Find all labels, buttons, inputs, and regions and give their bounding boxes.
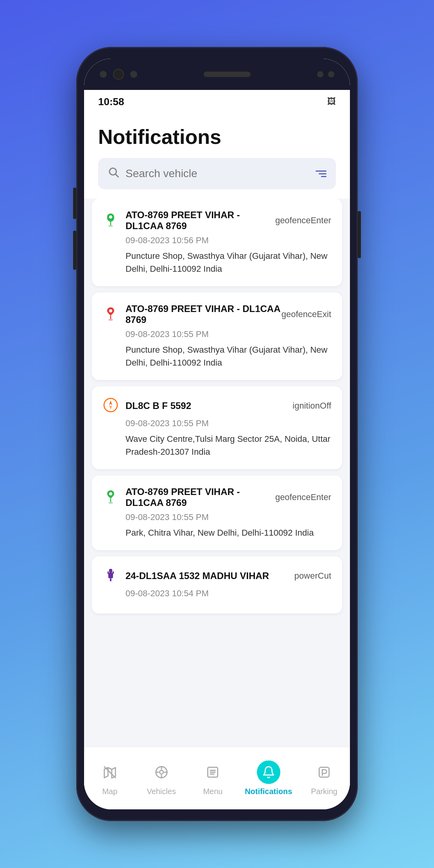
page-header: Notifications bbox=[84, 113, 350, 158]
notif-time: 09-08-2023 10:55 PM bbox=[103, 512, 331, 522]
bottom-navigation: Map Vehicles bbox=[84, 747, 350, 809]
search-icon bbox=[108, 166, 119, 181]
notif-vehicle: 24-DL1SAA 1532 MADHU VIHAR bbox=[126, 570, 269, 581]
nav-label-vehicles: Vehicles bbox=[147, 787, 176, 796]
notif-type: geofenceEnter bbox=[275, 215, 331, 226]
notch-camera bbox=[113, 69, 124, 80]
notif-icon-pin-green bbox=[103, 212, 120, 229]
notif-vehicle: ATO-8769 PREET VIHAR - DL1CAA 8769 bbox=[126, 303, 282, 325]
phone-frame: 10:58 🖼 Notifications bbox=[76, 47, 358, 821]
status-bar: 10:58 🖼 bbox=[84, 90, 350, 113]
notif-time: 09-08-2023 10:55 PM bbox=[103, 329, 331, 339]
image-icon: 🖼 bbox=[327, 97, 336, 107]
nav-item-parking[interactable]: Parking bbox=[305, 760, 344, 796]
svg-rect-18 bbox=[110, 578, 111, 581]
svg-rect-16 bbox=[109, 569, 112, 573]
vol-down-button[interactable] bbox=[73, 231, 76, 270]
page-title: Notifications bbox=[98, 125, 336, 149]
notif-type: ignitionOff bbox=[292, 401, 331, 411]
notif-address: Wave City Centre,Tulsi Marg Sector 25A, … bbox=[103, 432, 331, 458]
svg-point-8 bbox=[108, 319, 113, 321]
notif-time: 09-08-2023 10:54 PM bbox=[103, 588, 331, 599]
app-content: Notifications bbox=[84, 113, 350, 809]
notif-address: Puncture Shop, Swasthya Vihar (Gujarat V… bbox=[103, 343, 331, 369]
search-bar-container bbox=[84, 158, 350, 199]
notch-sensor3 bbox=[317, 71, 323, 77]
notif-type: geofenceEnter bbox=[275, 492, 331, 502]
svg-point-4 bbox=[109, 215, 112, 219]
notif-icon-plug bbox=[103, 567, 120, 585]
search-input[interactable] bbox=[126, 167, 309, 180]
svg-rect-17 bbox=[108, 573, 113, 578]
nav-label-map: Map bbox=[102, 787, 117, 796]
svg-point-7 bbox=[109, 309, 112, 312]
status-icons: 🖼 bbox=[327, 97, 336, 107]
search-wrapper bbox=[98, 158, 336, 189]
notif-type: geofenceExit bbox=[282, 309, 331, 319]
svg-point-14 bbox=[108, 502, 113, 504]
notification-item[interactable]: ATO-8769 PREET VIHAR - DL1CAA 8769 geofe… bbox=[92, 475, 342, 550]
svg-rect-19 bbox=[108, 571, 109, 574]
nav-item-vehicles[interactable]: Vehicles bbox=[142, 760, 181, 796]
nav-item-menu[interactable]: Menu bbox=[193, 760, 232, 796]
svg-point-23 bbox=[160, 770, 163, 774]
notification-item[interactable]: 24-DL1SAA 1532 MADHU VIHAR powerCut 09-0… bbox=[92, 556, 342, 613]
nav-item-map[interactable]: Map bbox=[90, 760, 129, 796]
notch-sensor2 bbox=[130, 71, 137, 78]
notification-item[interactable]: DL8C B F 5592 ignitionOff 09-08-2023 10:… bbox=[92, 386, 342, 469]
svg-point-13 bbox=[109, 492, 112, 495]
notch-sensor4 bbox=[328, 71, 334, 77]
map-icon bbox=[98, 760, 122, 784]
vol-up-button[interactable] bbox=[73, 188, 76, 219]
notifications-list: ATO-8769 PREET VIHAR - DL1CAA 8769 geofe… bbox=[84, 199, 350, 747]
notif-address: Park, Chitra Vihar, New Delhi, Delhi-110… bbox=[103, 526, 331, 539]
power-button[interactable] bbox=[358, 211, 361, 258]
parking-icon bbox=[312, 760, 336, 784]
notification-item[interactable]: ATO-8769 PREET VIHAR - DL1CAA 8769 geofe… bbox=[92, 199, 342, 286]
notif-vehicle: ATO-8769 PREET VIHAR - DL1CAA 8769 bbox=[126, 210, 275, 231]
menu-icon bbox=[201, 760, 224, 784]
svg-point-5 bbox=[108, 225, 113, 227]
notif-time: 09-08-2023 10:55 PM bbox=[103, 418, 331, 429]
nav-label-menu: Menu bbox=[203, 787, 222, 796]
nav-label-parking: Parking bbox=[311, 787, 337, 796]
notif-icon-ignition bbox=[103, 397, 120, 414]
notif-vehicle: ATO-8769 PREET VIHAR - DL1CAA 8769 bbox=[126, 486, 275, 508]
nav-item-notifications[interactable]: Notifications bbox=[245, 760, 292, 796]
phone-screen: 10:58 🖼 Notifications bbox=[84, 59, 350, 809]
notch-sensor bbox=[100, 71, 107, 78]
nav-label-notifications: Notifications bbox=[245, 787, 292, 796]
svg-rect-20 bbox=[113, 571, 114, 574]
vehicles-icon bbox=[150, 760, 173, 784]
notif-time: 09-08-2023 10:56 PM bbox=[103, 235, 331, 246]
svg-line-1 bbox=[116, 174, 118, 177]
notifications-icon bbox=[257, 760, 280, 784]
phone-notch bbox=[84, 59, 350, 90]
svg-rect-32 bbox=[319, 767, 329, 777]
filter-icon[interactable] bbox=[316, 170, 326, 177]
notif-icon-pin-red bbox=[103, 306, 120, 323]
notif-type: powerCut bbox=[294, 571, 331, 581]
notif-address: Puncture Shop, Swasthya Vihar (Gujarat V… bbox=[103, 249, 331, 275]
notif-icon-pin-green2 bbox=[103, 489, 120, 506]
status-time: 10:58 bbox=[98, 96, 124, 108]
notification-item[interactable]: ATO-8769 PREET VIHAR - DL1CAA 8769 geofe… bbox=[92, 292, 342, 380]
notch-speaker bbox=[204, 72, 251, 77]
notif-vehicle: DL8C B F 5592 bbox=[126, 400, 191, 411]
